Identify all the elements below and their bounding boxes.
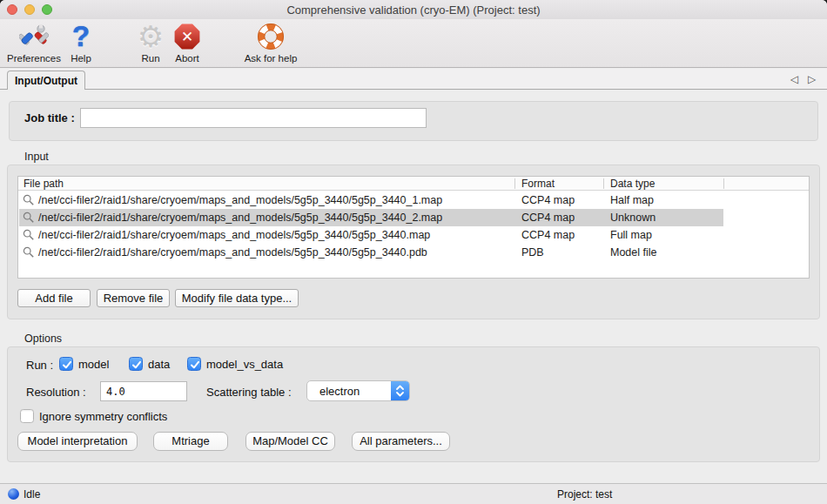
tab-scroll-left-icon[interactable]: ◁ xyxy=(790,71,798,87)
format-cell: CCP4 map xyxy=(521,192,575,209)
magnifier-icon xyxy=(23,212,35,224)
abort-button[interactable]: ✕ Abort xyxy=(168,21,206,64)
column-format[interactable]: Format xyxy=(521,177,555,191)
tab-scroll-right-icon[interactable]: ▷ xyxy=(808,71,816,87)
dropdown-stepper-icon xyxy=(391,381,409,400)
title-bar: Comprehensive validation (cryo-EM) (Proj… xyxy=(0,0,827,19)
status-idle-icon xyxy=(8,488,19,500)
run-button[interactable]: ⚙ Run xyxy=(135,21,166,64)
lifebuoy-icon xyxy=(239,21,302,52)
data-checkbox-label[interactable]: data xyxy=(148,358,170,371)
scattering-table-label: Scattering table : xyxy=(206,386,292,399)
abort-label: Abort xyxy=(168,53,206,64)
add-file-button[interactable]: Add file xyxy=(17,289,91,307)
file-path-cell: /net/cci-filer2/raid1/share/cryoem/maps_… xyxy=(38,226,430,244)
file-path-cell: /net/cci-filer2/raid1/share/cryoem/maps_… xyxy=(38,209,442,226)
file-table[interactable]: File path Format Data type /net/cci-file… xyxy=(17,176,810,279)
tools-icon xyxy=(5,21,63,52)
toolbar: Preferences ? Help ⚙ Run ✕ Abort xyxy=(0,19,827,68)
checkmark-icon xyxy=(131,359,143,371)
format-cell: PDB xyxy=(521,244,544,261)
format-cell: CCP4 map xyxy=(521,209,575,226)
ask-for-help-button[interactable]: Ask for help xyxy=(239,21,302,64)
model-vs-data-checkbox[interactable] xyxy=(187,357,201,371)
ignore-symmetry-conflicts-label[interactable]: Ignore symmetry conflicts xyxy=(39,410,167,423)
gear-icon: ⚙ xyxy=(135,21,166,52)
help-button[interactable]: ? Help xyxy=(64,21,97,64)
magnifier-icon xyxy=(23,194,35,206)
job-title-input[interactable] xyxy=(80,108,427,128)
preferences-button[interactable]: Preferences xyxy=(5,21,63,64)
status-bar: Idle Project: test xyxy=(0,483,827,504)
question-mark-icon: ? xyxy=(64,21,97,52)
mtriage-button[interactable]: Mtriage xyxy=(153,432,228,451)
table-row-selected[interactable]: /net/cci-filer2/raid1/share/cryoem/maps_… xyxy=(18,209,809,226)
status-text: Idle xyxy=(24,488,40,501)
resolution-label: Resolution : xyxy=(26,386,86,399)
model-checkbox-label[interactable]: model xyxy=(78,358,109,371)
table-row[interactable]: /net/cci-filer2/raid1/share/cryoem/maps_… xyxy=(18,192,809,209)
data-type-cell: Model file xyxy=(610,244,657,261)
input-section-label: Input xyxy=(24,151,49,163)
options-section-label: Options xyxy=(24,333,62,345)
column-data-type[interactable]: Data type xyxy=(610,177,655,191)
checkmark-icon xyxy=(61,359,73,371)
table-row[interactable]: /net/cci-filer2/raid1/share/cryoem/maps_… xyxy=(18,226,809,244)
file-path-cell: /net/cci-filer2/raid1/share/cryoem/maps_… xyxy=(38,244,427,261)
magnifier-icon xyxy=(23,229,35,241)
remove-file-button[interactable]: Remove file xyxy=(97,289,170,307)
stop-icon: ✕ xyxy=(168,21,206,52)
table-row[interactable]: /net/cci-filer2/raid1/share/cryoem/maps_… xyxy=(18,244,809,261)
data-type-cell: Half map xyxy=(610,192,654,209)
app-window: Comprehensive validation (cryo-EM) (Proj… xyxy=(0,0,827,504)
tab-input-output[interactable]: Input/Output xyxy=(7,71,85,90)
job-title-label: Job title : xyxy=(24,111,75,124)
checkmark-icon xyxy=(189,359,201,371)
model-interpretation-button[interactable]: Model interpretation xyxy=(17,432,138,451)
ask-for-help-label: Ask for help xyxy=(239,53,302,64)
data-type-cell: Full map xyxy=(610,226,652,244)
modify-file-data-type-button[interactable]: Modify file data type... xyxy=(175,289,299,307)
map-model-cc-button[interactable]: Map/Model CC xyxy=(245,432,335,451)
magnifier-icon xyxy=(23,246,35,259)
model-vs-data-checkbox-label[interactable]: model_vs_data xyxy=(206,358,283,371)
help-label: Help xyxy=(64,53,97,64)
preferences-label: Preferences xyxy=(5,53,63,64)
model-checkbox[interactable] xyxy=(59,357,73,371)
project-label: Project: test xyxy=(557,488,612,501)
format-cell: CCP4 map xyxy=(521,226,575,244)
data-checkbox[interactable] xyxy=(129,357,143,371)
all-parameters-button[interactable]: All parameters... xyxy=(352,432,450,451)
ignore-symmetry-conflicts-checkbox[interactable] xyxy=(20,409,34,423)
run-checkbox-group-label: Run : xyxy=(26,359,53,372)
data-type-cell: Unknown xyxy=(610,209,656,226)
window-title: Comprehensive validation (cryo-EM) (Proj… xyxy=(0,0,827,19)
scattering-table-value: electron xyxy=(319,381,360,401)
column-file-path[interactable]: File path xyxy=(24,177,64,191)
run-label: Run xyxy=(135,53,166,64)
resolution-input[interactable] xyxy=(100,381,187,401)
file-path-cell: /net/cci-filer2/raid1/share/cryoem/maps_… xyxy=(38,192,442,209)
tab-bar: Input/Output ◁ ▷ xyxy=(0,69,827,90)
scattering-table-dropdown[interactable]: electron xyxy=(306,380,410,401)
file-table-header: File path Format Data type xyxy=(18,177,809,191)
